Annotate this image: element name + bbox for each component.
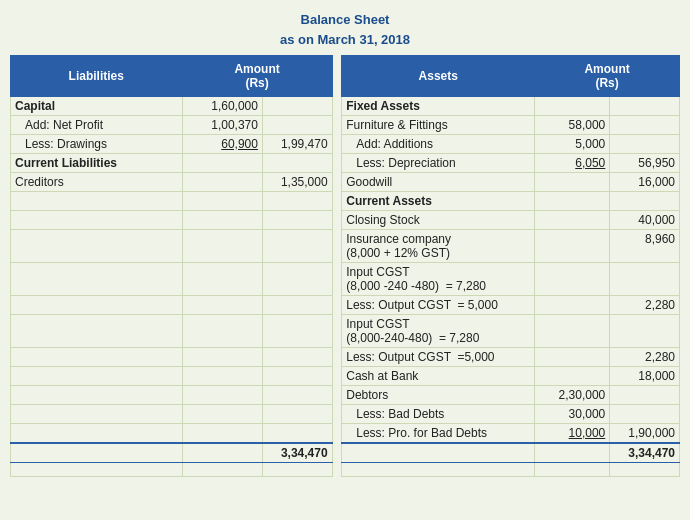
additions-value: 5,000: [535, 135, 610, 154]
input-cgst-label: Input CGST (8,000 -240 -480) = 7,280: [342, 263, 535, 296]
row-1: Capital 1,60,000 Fixed Assets: [11, 97, 680, 116]
liabilities-header: Liabilities: [11, 56, 183, 97]
input-cgst2-label: Input CGST (8,000-240-480) = 7,280: [342, 315, 535, 348]
row-9: Input CGST (8,000 -240 -480) = 7,280: [11, 263, 680, 296]
net-cgst1: 2,280: [610, 296, 680, 315]
row-16: Less: Pro. for Bad Debts 10,000 1,90,000: [11, 424, 680, 444]
total-row: 3,34,470 3,34,470: [11, 443, 680, 463]
liabilities-grand-total: 3,34,470: [262, 443, 332, 463]
furniture-value: 58,000: [535, 116, 610, 135]
depreciation-value: 6,050: [535, 154, 610, 173]
debtors-value: 2,30,000: [535, 386, 610, 405]
assets-grand-total: 3,34,470: [610, 443, 680, 463]
bad-debts-label: Less: Bad Debts: [342, 405, 535, 424]
fixed-assets-label: Fixed Assets: [342, 97, 535, 116]
net-profit-label: Add: Net Profit: [11, 116, 183, 135]
provision-value: 10,000: [535, 424, 610, 444]
bad-debts-value: 30,000: [535, 405, 610, 424]
capital-label: Capital: [11, 97, 183, 116]
goodwill-label: Goodwill: [342, 173, 535, 192]
closing-stock-value: 40,000: [610, 211, 680, 230]
insurance-label: Insurance company (8,000 + 12% GST): [342, 230, 535, 263]
liabilities-amount-header: Amount(Rs): [182, 56, 332, 97]
closing-stock-label: Closing Stock: [342, 211, 535, 230]
capital-value: 1,60,000: [182, 97, 262, 116]
page-title: Balance Sheet as on March 31, 2018: [10, 10, 680, 49]
creditors-label: Creditors: [11, 173, 183, 192]
debtors-label: Debtors: [342, 386, 535, 405]
net-debtors: 1,90,000: [610, 424, 680, 444]
row-6: Current Assets: [11, 192, 680, 211]
net-profit-value: 1,00,370: [182, 116, 262, 135]
row-10: Less: Output CGST = 5,000 2,280: [11, 296, 680, 315]
current-liabilities-label: Current Liabilities: [11, 154, 183, 173]
assets-header: Assets: [342, 56, 535, 97]
row-14: Debtors 2,30,000: [11, 386, 680, 405]
depreciation-label: Less: Depreciation: [342, 154, 535, 173]
balance-sheet-table: Liabilities Amount(Rs) Assets Amount(Rs)…: [10, 55, 680, 477]
row-8: Insurance company (8,000 + 12% GST) 8,96…: [11, 230, 680, 263]
net-total: 1,99,470: [262, 135, 332, 154]
output-cgst2-label: Less: Output CGST =5,000: [342, 348, 535, 367]
row-4: Current Liabilities Less: Depreciation 6…: [11, 154, 680, 173]
row-18: [11, 463, 680, 477]
row-12: Less: Output CGST =5,000 2,280: [11, 348, 680, 367]
row-13: Cash at Bank 18,000: [11, 367, 680, 386]
page-wrapper: Balance Sheet as on March 31, 2018 Liabi…: [10, 10, 680, 477]
row-11: Input CGST (8,000-240-480) = 7,280: [11, 315, 680, 348]
net-furniture: 56,950: [610, 154, 680, 173]
cash-value: 18,000: [610, 367, 680, 386]
current-assets-label: Current Assets: [342, 192, 535, 211]
drawings-label: Less: Drawings: [11, 135, 183, 154]
creditors-value: 1,35,000: [262, 173, 332, 192]
row-7: Closing Stock 40,000: [11, 211, 680, 230]
row-3: Less: Drawings 60,900 1,99,470 Add: Addi…: [11, 135, 680, 154]
furniture-label: Furniture & Fittings: [342, 116, 535, 135]
provision-label: Less: Pro. for Bad Debts: [342, 424, 535, 444]
row-15: Less: Bad Debts 30,000: [11, 405, 680, 424]
additions-label: Add: Additions: [342, 135, 535, 154]
row-5: Creditors 1,35,000 Goodwill 16,000: [11, 173, 680, 192]
drawings-value: 60,900: [182, 135, 262, 154]
assets-amount-header: Amount(Rs): [535, 56, 680, 97]
row-2: Add: Net Profit 1,00,370 Furniture & Fit…: [11, 116, 680, 135]
cash-label: Cash at Bank: [342, 367, 535, 386]
output-cgst1-label: Less: Output CGST = 5,000: [342, 296, 535, 315]
insurance-value: 8,960: [610, 230, 680, 263]
net-cgst2: 2,280: [610, 348, 680, 367]
goodwill-value: 16,000: [610, 173, 680, 192]
